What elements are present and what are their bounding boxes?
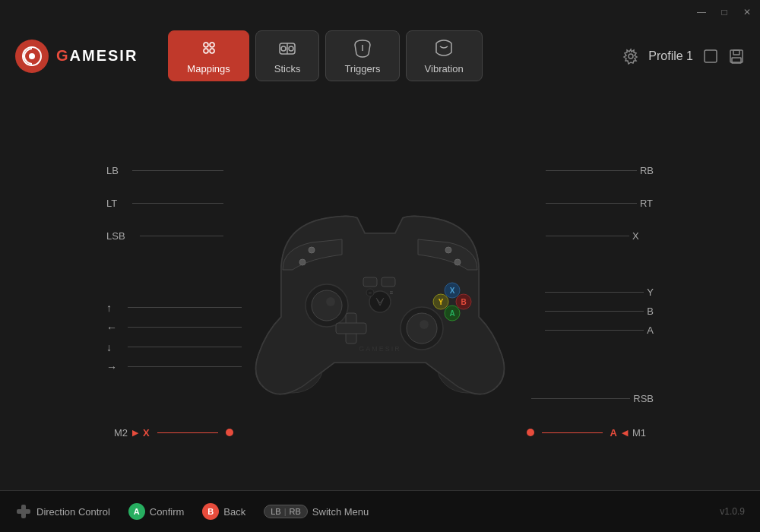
a-label: A (647, 325, 654, 336)
m2-label: M2 (114, 427, 128, 439)
profile-name: Profile 1 (648, 49, 693, 63)
y-label: Y (647, 287, 654, 298)
svg-text:−: − (369, 290, 372, 296)
titlebar: — □ ✕ (0, 0, 760, 24)
svg-text:GAMESIR: GAMESIR (359, 345, 401, 353)
tab-triggers[interactable]: Triggers (325, 30, 399, 81)
main-content: X B A Y − ≡ GAMESIR (0, 87, 760, 500)
rb-label: RB (640, 165, 654, 176)
a-button-icon: A (128, 503, 145, 520)
controller-diagram: X B A Y − ≡ GAMESIR (220, 180, 540, 408)
svg-point-5 (210, 49, 214, 53)
svg-rect-12 (705, 50, 717, 62)
svg-point-41 (445, 247, 451, 253)
svg-point-11 (629, 54, 633, 59)
svg-point-43 (454, 259, 461, 265)
lt-label: LT (106, 198, 129, 209)
svg-point-2 (204, 43, 208, 47)
tab-sticks[interactable]: Sticks (255, 30, 320, 81)
lb-rb-icon: LB | RB (264, 505, 308, 518)
svg-point-23 (420, 320, 429, 329)
header: GAMESIR Mappings Sticks (0, 24, 760, 87)
svg-text:Y: Y (439, 298, 444, 306)
svg-rect-25 (336, 323, 366, 334)
b-button-icon: B (202, 503, 219, 520)
svg-point-9 (289, 46, 293, 51)
logo-icon (15, 40, 49, 73)
settings-icon[interactable] (622, 48, 639, 65)
close-button[interactable]: ✕ (740, 5, 754, 19)
m1-a-label: A (610, 427, 617, 439)
tab-mappings[interactable]: Mappings (168, 30, 249, 81)
svg-point-1 (29, 53, 35, 59)
footer-switch-menu: LB | RB Switch Menu (264, 505, 369, 518)
footer-confirm: A Confirm (128, 503, 185, 520)
footer: Direction Control A Confirm B Back LB | … (0, 490, 760, 532)
logo-text: GAMESIR (56, 47, 138, 65)
svg-point-4 (204, 49, 208, 53)
svg-text:A: A (449, 309, 454, 318)
dpad-icon (15, 503, 32, 520)
right-label: → (106, 361, 122, 373)
m1-label: M1 (632, 427, 646, 439)
nav-tabs: Mappings Sticks Triggers (168, 30, 622, 81)
m2-arrow: ▶ (132, 428, 138, 438)
maximize-button[interactable]: □ (717, 5, 731, 19)
profile-area: Profile 1 (622, 48, 745, 65)
lb-label: LB (106, 165, 129, 176)
svg-rect-36 (382, 277, 395, 287)
x-label: X (632, 230, 639, 242)
svg-point-19 (312, 290, 342, 321)
svg-rect-46 (17, 509, 30, 514)
b-label: B (647, 306, 654, 317)
svg-rect-14 (733, 50, 739, 55)
svg-point-40 (309, 247, 315, 253)
svg-rect-35 (363, 277, 377, 287)
svg-point-42 (299, 259, 306, 265)
minimize-button[interactable]: — (695, 5, 708, 19)
svg-point-8 (281, 46, 286, 51)
save-icon[interactable] (728, 48, 745, 65)
rsb-label: RSB (633, 393, 654, 404)
version-label: v1.0.9 (720, 506, 745, 517)
down-label: ↓ (106, 341, 122, 353)
rename-icon[interactable] (702, 48, 719, 65)
svg-text:X: X (450, 287, 455, 295)
up-label: ↑ (106, 302, 122, 314)
svg-text:≡: ≡ (390, 290, 394, 296)
svg-point-20 (326, 297, 335, 306)
lsb-label: LSB (106, 230, 137, 242)
m2-x-label: X (143, 427, 150, 439)
rt-label: RT (640, 198, 653, 209)
logo: GAMESIR (15, 40, 138, 73)
svg-text:B: B (461, 298, 466, 306)
svg-point-3 (210, 43, 214, 47)
left-label: ← (106, 321, 122, 334)
tab-vibration[interactable]: Vibration (406, 30, 483, 81)
footer-back: B Back (202, 503, 245, 520)
footer-direction-control: Direction Control (15, 503, 110, 520)
m1-arrow: ◀ (622, 428, 628, 438)
